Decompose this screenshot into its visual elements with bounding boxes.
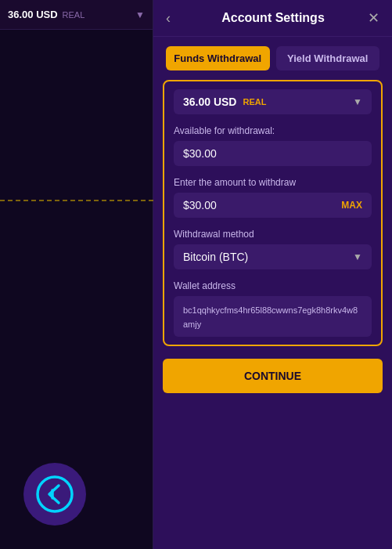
wallet-address-box: bc1qqhkycfms4hr65l88cwwns7egk8h8rkv4w8am… [174,296,372,337]
wallet-address: bc1qqhkycfms4hr65l88cwwns7egk8h8rkv4w8am… [183,305,358,329]
method-value: Bitcoin (BTC) [183,251,248,263]
modal-title: Account Settings [178,11,368,25]
yield-withdrawal-tab[interactable]: Yield Withdrawal [276,46,380,70]
account-selector[interactable]: 36.00 USD REAL ▼ [174,89,372,114]
close-button[interactable]: ✕ [368,9,379,27]
method-dropdown[interactable]: Bitcoin (BTC) ▼ [174,244,372,269]
withdrawal-form: 36.00 USD REAL ▼ Available for withdrawa… [163,80,383,346]
modal-panel: ‹ Account Settings ✕ Funds Withdrawal Yi… [153,0,392,549]
svg-point-0 [38,477,72,511]
account-dropdown-icon: ▼ [135,9,145,20]
account-selector-badge: REAL [243,97,266,107]
dashed-separator [0,200,153,201]
account-selector-chevron-icon: ▼ [353,96,362,107]
tab-row: Funds Withdrawal Yield Withdrawal [153,37,392,80]
wallet-label: Wallet address [174,280,372,291]
account-selector-value: 36.00 USD [183,96,236,108]
method-label: Withdrawal method [174,229,372,240]
modal-header: ‹ Account Settings ✕ [153,0,392,37]
logo-circle [23,463,86,526]
account-badge: REAL [63,10,85,20]
available-field: $30.00 [174,141,372,166]
amount-label: Enter the amount to withdraw [174,177,372,188]
available-value: $30.00 [183,147,217,160]
funds-withdrawal-tab[interactable]: Funds Withdrawal [166,46,270,70]
max-button[interactable]: MAX [341,200,362,211]
amount-field[interactable]: $30.00 MAX [174,193,372,218]
back-button[interactable]: ‹ [166,10,171,27]
method-chevron-icon: ▼ [353,251,362,262]
logo-icon [35,475,74,514]
continue-button[interactable]: CONTINUE [163,359,383,393]
left-panel: 36.00 USD REAL ▼ [0,0,153,549]
account-label-bar[interactable]: 36.00 USD REAL ▼ [0,0,153,30]
available-label: Available for withdrawal: [174,125,372,136]
amount-value: $30.00 [183,199,217,211]
account-value: 36.00 USD [8,9,58,20]
